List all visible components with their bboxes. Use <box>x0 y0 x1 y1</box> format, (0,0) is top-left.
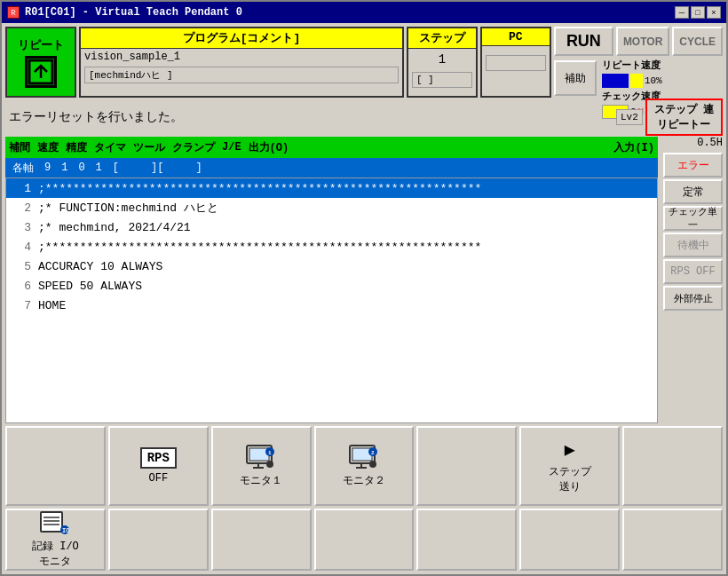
program-sub: [mechmindハヒ ] <box>84 67 399 83</box>
window-controls: ─ □ × <box>675 6 721 19</box>
right-btn-error[interactable]: エラー <box>663 153 723 178</box>
top-row: リピート プログラム[コメント] vision_sample_1 [mechmi… <box>5 27 723 98</box>
axis-val-7: ][ <box>147 162 167 174</box>
hojo-button[interactable]: 補助 <box>554 60 597 96</box>
code-line-2[interactable]: 2 ;* FUNCTION:mechmind ハヒと <box>6 198 657 217</box>
bottom-btn-monitor1[interactable]: 1 モニタ１ <box>211 426 312 506</box>
sub-bottom-empty-3 <box>314 509 415 571</box>
line-num-4: 4 <box>10 241 31 254</box>
run-motor-cycle: RUN MOTOR CYCLE <box>554 27 723 56</box>
toolbar-clamp[interactable]: クランプ <box>172 140 215 155</box>
svg-text:1: 1 <box>268 450 272 456</box>
restore-button[interactable]: □ <box>691 6 705 19</box>
title-bar: R R01[C01] - Virtual Teach Pendant 0 ─ □… <box>2 2 726 23</box>
pc-value <box>482 46 550 53</box>
axis-val-10: ] <box>192 162 205 174</box>
step-label: ステップ <box>408 28 476 49</box>
repeat-speed-label: リピート速度 <box>602 59 662 72</box>
bottom-btn-empty-2 <box>416 426 517 506</box>
code-line-3[interactable]: 3 ;* mechmind, 2021/4/21 <box>6 217 657 237</box>
window-title: R01[C01] - Virtual Teach Pendant 0 <box>25 6 242 19</box>
right-btn-rps-off[interactable]: RPS OFF <box>663 259 723 284</box>
line-num-7: 7 <box>10 299 31 312</box>
right-btn-standby[interactable]: 待機中 <box>663 233 723 257</box>
bottom-area-1: RPS OFF 1 モニタ１ <box>5 426 723 506</box>
toolbar-input[interactable]: 入力(I) <box>613 140 654 155</box>
line-num-6: 6 <box>10 280 31 293</box>
code-area[interactable]: 1 ;*************************************… <box>5 178 658 423</box>
step-send-label: ステップ送り <box>549 464 591 494</box>
code-line-5[interactable]: 5 ACCURACY 10 ALWAYS <box>6 256 657 276</box>
second-row: エラーリセットを行いました。 Lv2 ステップ 連 リピートー <box>5 100 723 134</box>
code-line-4[interactable]: 4 ;*************************************… <box>6 237 657 256</box>
motor-button[interactable]: MOTOR <box>616 27 669 56</box>
main-window: R R01[C01] - Virtual Teach Pendant 0 ─ □… <box>0 0 728 576</box>
right-panel: 0.5H エラー 定常 チェック単一 待機中 RPS OFF 外部停止 <box>661 137 723 423</box>
speed-bar-yellow <box>630 74 643 88</box>
cycle-button[interactable]: CYCLE <box>672 27 723 56</box>
line-num-3: 3 <box>10 221 31 234</box>
monitor1-label: モニタ１ <box>240 473 282 488</box>
axis-val-3: 1 <box>92 162 106 174</box>
right-btn-external-stop[interactable]: 外部停止 <box>663 286 723 311</box>
h-indicator: 0.5H <box>663 137 723 151</box>
main-content: リピート プログラム[コメント] vision_sample_1 [mechmi… <box>2 23 726 574</box>
speed-bar-blue <box>602 74 629 88</box>
run-button[interactable]: RUN <box>554 27 613 56</box>
toolbar-accuracy[interactable]: 精度 <box>66 140 87 155</box>
svg-text:IO: IO <box>62 527 69 534</box>
bottom-btn-rps[interactable]: RPS OFF <box>108 426 209 506</box>
repeat-icon <box>25 56 57 88</box>
lv2-badge: Lv2 <box>616 109 643 125</box>
pc-box: PC <box>480 27 551 98</box>
line-num-5: 5 <box>10 260 31 273</box>
kiroku-label: 記録 I/Oモニタ <box>32 539 79 569</box>
axis-label: 各軸 <box>9 161 37 176</box>
step-value: 1 <box>408 49 476 70</box>
close-button[interactable]: × <box>707 6 721 19</box>
code-line-6[interactable]: 6 SPEED 50 ALWAYS <box>6 276 657 296</box>
svg-rect-16 <box>41 512 62 532</box>
play-icon: ▶ <box>565 438 575 461</box>
line-text-2: ;* FUNCTION:mechmind ハヒと <box>38 200 653 216</box>
axis-val-1: 1 <box>58 162 71 174</box>
axis-val-2: 0 <box>75 162 88 174</box>
step-renpi-text2: リピートー <box>657 117 710 132</box>
sub-bottom-empty-5 <box>519 509 620 571</box>
sub-bottom-empty-2 <box>211 509 312 571</box>
line-num-1: 1 <box>10 182 31 195</box>
line-text-6: SPEED 50 ALWAYS <box>38 280 653 293</box>
bottom-btn-monitor2[interactable]: 2 モニタ２ <box>314 426 415 506</box>
program-label: プログラム[コメント] <box>81 28 402 49</box>
right-btn-teijo[interactable]: 定常 <box>663 179 723 204</box>
toolbar-output[interactable]: 出力(O) <box>249 140 289 155</box>
line-text-5: ACCURACY 10 ALWAYS <box>38 260 653 273</box>
svg-point-4 <box>266 461 273 468</box>
main-area: 補間 速度 精度 タイマ ツール クランプ J/E 出力(O) 入力(I) 各軸… <box>5 137 723 423</box>
minimize-button[interactable]: ─ <box>675 6 689 19</box>
toolbar-je[interactable]: J/E <box>222 141 241 154</box>
toolbar-speed[interactable]: 速度 <box>37 140 59 155</box>
step-renpi-text1: ステップ 連 <box>654 102 714 117</box>
toolbar-timer[interactable]: タイマ <box>94 140 126 155</box>
repeat-box: リピート <box>5 27 76 98</box>
repeat-speed-val: 10% <box>645 75 662 86</box>
line-num-2: 2 <box>10 201 31 215</box>
bottom-btn-kiroku[interactable]: IO 記録 I/Oモニタ <box>5 509 106 571</box>
monitor2-icon: 2 <box>349 445 379 469</box>
kiroku-icon: IO <box>40 510 70 535</box>
program-value: vision_sample_1 <box>81 49 402 65</box>
bottom-btn-step-send[interactable]: ▶ ステップ送り <box>519 426 620 506</box>
code-line-7[interactable]: 7 HOME <box>6 296 657 315</box>
code-section: 補間 速度 精度 タイマ ツール クランプ J/E 出力(O) 入力(I) 各軸… <box>5 137 658 423</box>
toolbar-tool[interactable]: ツール <box>133 140 165 155</box>
step-renpi-box[interactable]: ステップ 連 リピートー <box>645 99 723 136</box>
sub-bottom-empty-4 <box>416 509 517 571</box>
right-btn-check-single[interactable]: チェック単一 <box>663 206 723 231</box>
step-box: ステップ 1 [ ] <box>407 27 478 98</box>
toolbar-hogen[interactable]: 補間 <box>9 140 30 155</box>
line-text-3: ;* mechmind, 2021/4/21 <box>38 221 653 234</box>
bottom-area-2: IO 記録 I/Oモニタ <box>5 509 723 571</box>
code-line-1[interactable]: 1 ;*************************************… <box>6 178 657 198</box>
monitor2-label: モニタ２ <box>343 473 385 488</box>
